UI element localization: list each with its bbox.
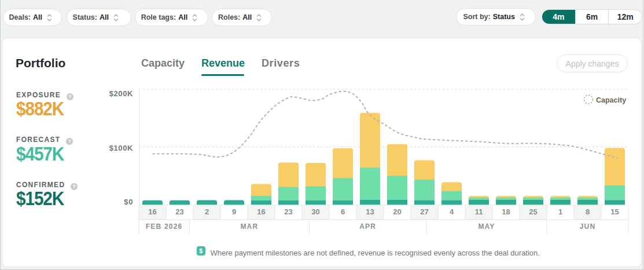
svg-text:8: 8 [586, 207, 590, 216]
svg-text:1: 1 [558, 207, 562, 216]
svg-text:FEB 2026: FEB 2026 [146, 222, 183, 231]
svg-text:27: 27 [420, 207, 428, 216]
svg-text:18: 18 [502, 207, 510, 216]
svg-text:MAY: MAY [478, 222, 495, 231]
svg-text:2: 2 [205, 207, 209, 216]
svg-text:13: 13 [366, 207, 374, 216]
svg-text:Capacity: Capacity [596, 96, 626, 104]
svg-text:$0: $0 [124, 198, 133, 206]
svg-text:APR: APR [359, 222, 376, 231]
svg-text:23: 23 [175, 207, 183, 216]
svg-text:15: 15 [610, 207, 619, 216]
svg-text:6: 6 [341, 207, 345, 216]
svg-text:16: 16 [148, 207, 156, 216]
svg-text:16: 16 [257, 207, 265, 216]
svg-text:9: 9 [232, 207, 236, 216]
svg-text:23: 23 [284, 207, 292, 216]
svg-text:4: 4 [450, 207, 454, 216]
svg-text:$100K: $100K [109, 144, 133, 152]
svg-text:25: 25 [529, 207, 537, 216]
svg-text:20: 20 [393, 207, 401, 216]
svg-text:$200K: $200K [109, 89, 133, 98]
svg-text:11: 11 [475, 207, 483, 216]
svg-text:30: 30 [311, 207, 319, 216]
svg-text:MAR: MAR [240, 222, 258, 231]
svg-text:JUN: JUN [580, 222, 596, 231]
